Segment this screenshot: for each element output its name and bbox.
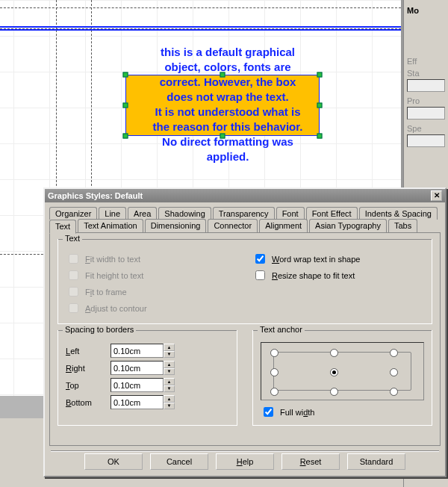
tab-shadowing[interactable]: Shadowing	[158, 207, 211, 220]
text-line: applied.	[207, 150, 249, 163]
full-width-checkbox[interactable]	[264, 407, 273, 417]
spin-down-icon[interactable]: ▼	[164, 351, 175, 359]
spin-up-icon[interactable]: ▲	[164, 395, 175, 403]
spin-up-icon[interactable]: ▲	[164, 344, 175, 351]
tab-alignment[interactable]: Alignment	[259, 219, 308, 233]
panel-field	[407, 134, 445, 147]
tab-font[interactable]: Font	[276, 207, 305, 220]
spacing-left-input[interactable]: ▲▼	[111, 344, 175, 358]
standard-button[interactable]: Standard	[347, 453, 405, 470]
checkbox-label: Full width	[280, 408, 314, 417]
anchor-point[interactable]	[270, 368, 279, 376]
dialog-buttons: OK Cancel Help Reset Standard	[45, 453, 445, 470]
tab-strip: Organizer Line Area Shadowing Transparen…	[45, 202, 445, 233]
dialog-titlebar[interactable]: Graphics Styles: Default ✕	[45, 189, 445, 202]
separator	[51, 450, 439, 452]
anchor-group: Text anchor Full width	[252, 330, 432, 426]
spin-up-icon[interactable]: ▲	[164, 361, 175, 368]
spinbox-value[interactable]	[111, 395, 164, 409]
checkbox-label: Word wrap text in shape	[272, 255, 360, 264]
checkbox-label: Fit width to text	[85, 255, 140, 264]
tab-tabs[interactable]: Tabs	[388, 219, 417, 233]
group-legend: Text anchor	[258, 325, 305, 334]
checkbox-label: Resize shape to fit text	[272, 271, 355, 280]
text-line: No direct formatting was	[162, 135, 293, 148]
fit-frame-checkbox	[69, 287, 78, 297]
tab-organizer[interactable]: Organizer	[49, 207, 97, 220]
tab-area[interactable]: Area	[128, 207, 157, 220]
panel-label: Mo	[407, 6, 445, 15]
tab-indents-spacing[interactable]: Indents & Spacing	[359, 207, 438, 220]
anchor-point[interactable]	[390, 349, 398, 357]
tab-dimensioning[interactable]: Dimensioning	[145, 219, 207, 233]
fit-height-checkbox	[69, 270, 78, 280]
close-icon[interactable]: ✕	[431, 190, 442, 201]
shape-text[interactable]: this is a default graphical object, colo…	[127, 45, 329, 164]
text-line: this is a default graphical	[161, 46, 295, 58]
tab-connector[interactable]: Connector	[208, 219, 258, 233]
anchor-point[interactable]	[330, 388, 338, 396]
anchor-point[interactable]	[390, 368, 398, 376]
graphics-styles-dialog: Graphics Styles: Default ✕ Organizer Lin…	[43, 187, 447, 477]
text-line: the reason for this behavior.	[153, 120, 303, 133]
guide-blue	[0, 26, 401, 28]
panel-label: Spe	[407, 124, 445, 133]
spinbox-value[interactable]	[111, 344, 164, 358]
panel-field	[407, 79, 445, 92]
guide-blue	[0, 29, 401, 31]
anchor-picker[interactable]	[261, 342, 424, 400]
tab-line[interactable]: Line	[99, 207, 126, 220]
checkbox-label: Fit height to text	[85, 271, 143, 280]
spacing-right-input[interactable]: ▲▼	[111, 361, 175, 375]
anchor-point[interactable]	[390, 388, 398, 396]
resize-shape-checkbox[interactable]	[255, 270, 265, 280]
panel-label: Eff	[407, 57, 445, 66]
group-legend: Spacing to borders	[63, 325, 136, 334]
dialog-title: Graphics Styles: Default	[48, 191, 143, 200]
fit-width-checkbox	[69, 254, 78, 264]
text-line: correct. However, the box	[160, 75, 296, 88]
text-line: object, colors, fonts are	[164, 61, 290, 73]
panel-label: Sta	[407, 69, 445, 78]
ok-button[interactable]: OK	[84, 453, 143, 470]
tab-text-animation[interactable]: Text Animation	[78, 219, 143, 233]
tab-transparency[interactable]: Transparency	[213, 207, 275, 220]
anchor-point[interactable]	[270, 388, 279, 396]
reset-button[interactable]: Reset	[281, 453, 340, 470]
panel-label: Pro	[407, 96, 445, 105]
spin-down-icon[interactable]: ▼	[164, 403, 175, 410]
spacing-left-label: Left	[66, 347, 103, 356]
panel-field	[407, 107, 445, 120]
word-wrap-checkbox[interactable]	[255, 254, 265, 264]
text-line: does not wrap the text.	[167, 90, 288, 103]
tab-asian-typography[interactable]: Asian Typography	[309, 219, 387, 233]
anchor-point[interactable]	[270, 349, 279, 357]
tab-panel-text: Text Fit width to text Fit height to tex…	[49, 232, 441, 446]
group-legend: Text	[63, 234, 82, 243]
tab-text[interactable]: Text	[49, 220, 76, 234]
cancel-button[interactable]: Cancel	[150, 453, 208, 470]
spin-down-icon[interactable]: ▼	[164, 385, 175, 393]
anchor-point[interactable]	[330, 349, 338, 357]
spacing-bottom-input[interactable]: ▲▼	[111, 395, 175, 409]
spacing-right-label: Right	[66, 364, 103, 373]
tab-font-effect[interactable]: Font Effect	[306, 207, 358, 220]
spacing-group: Spacing to borders Left ▲▼ Right ▲▼	[57, 330, 237, 426]
adjust-contour-checkbox	[69, 303, 78, 313]
anchor-point-selected[interactable]	[330, 368, 338, 376]
spinbox-value[interactable]	[111, 361, 164, 375]
help-button[interactable]: Help	[216, 453, 274, 470]
spacing-top-label: Top	[66, 381, 103, 390]
spinbox-value[interactable]	[111, 378, 164, 392]
spin-down-icon[interactable]: ▼	[164, 368, 175, 376]
spin-up-icon[interactable]: ▲	[164, 378, 175, 385]
guide-dashed	[0, 7, 401, 8]
checkbox-label: Adjust to contour	[85, 304, 147, 313]
spacing-bottom-label: Bottom	[66, 398, 103, 407]
text-group: Text Fit width to text Fit height to tex…	[57, 239, 432, 324]
spacing-top-input[interactable]: ▲▼	[111, 378, 175, 392]
checkbox-label: Fit to frame	[85, 288, 127, 297]
text-line: It is not understood what is	[155, 105, 301, 118]
